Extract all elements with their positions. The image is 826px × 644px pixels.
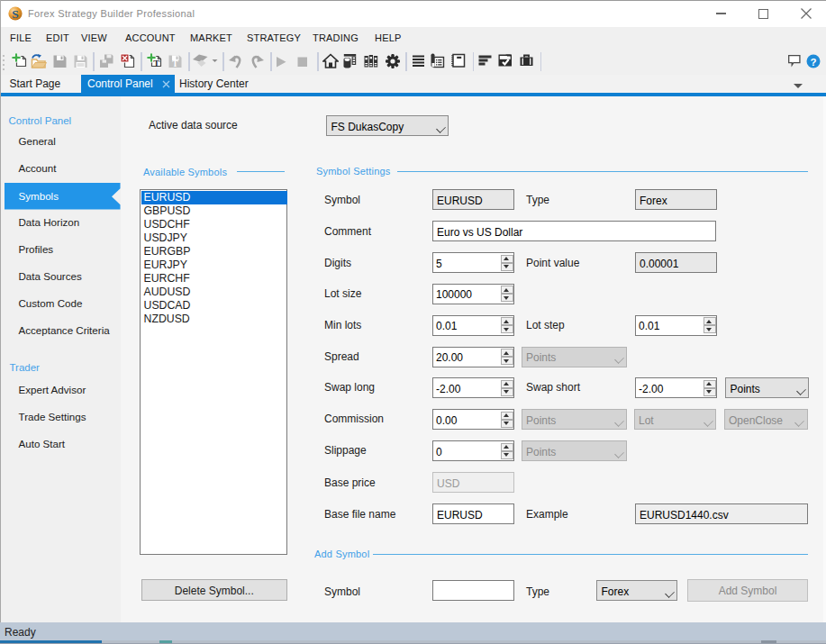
svg-text:T: T bbox=[153, 59, 159, 68]
svg-text:S: S bbox=[12, 7, 19, 21]
svg-text:T: T bbox=[172, 59, 178, 68]
svg-text:?: ? bbox=[810, 57, 816, 68]
